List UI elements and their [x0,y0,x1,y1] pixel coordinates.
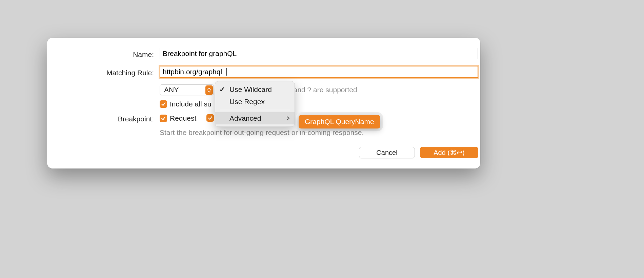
add-button[interactable]: Add (⌘↩︎) [420,147,478,158]
name-input[interactable] [160,48,478,59]
response-checkbox[interactable] [206,114,214,122]
chevron-right-icon [286,114,290,122]
menu-item-use-wildcard[interactable]: ✓ Use Wildcard [215,83,295,96]
matching-rule-input[interactable] [160,66,478,78]
include-subpaths-checkbox[interactable] [160,100,167,108]
http-method-value: ANY [164,86,179,94]
label-breakpoint: Breakpoint: [47,115,154,123]
text-caret [226,68,227,76]
include-subpaths-label: Include all su [170,100,212,108]
http-method-dropdown[interactable]: ANY [160,84,214,95]
cancel-button[interactable]: Cancel [359,147,415,158]
request-label: Request [170,114,196,122]
cancel-button-label: Cancel [376,149,397,157]
label-matching-rule: Matching Rule: [47,69,154,77]
request-checkbox[interactable] [160,115,167,122]
menu-item-use-regex[interactable]: Use Regex [215,96,295,108]
menu-item-graphql-queryname[interactable]: GraphQL QueryName [299,115,380,128]
breakpoint-help-text: Start the breakpoint for out-going reque… [160,128,364,137]
matching-mode-menu: ✓ Use Wildcard Use Regex Advanced [215,81,295,127]
menu-item-advanced[interactable]: Advanced [215,112,295,124]
checkmark-icon: ✓ [219,85,225,94]
menu-item-label: Use Wildcard [229,85,272,94]
menu-item-label: Use Regex [229,98,265,106]
breakpoint-dialog: Name: Matching Rule: ANY ple wildcard * … [47,38,480,168]
include-subpaths-row: Include all su [160,100,212,108]
label-name: Name: [47,51,154,59]
add-button-label: Add (⌘↩︎) [434,148,464,157]
breakpoint-response-row [206,114,214,122]
menu-item-label: Advanced [229,114,261,122]
menu-item-label: GraphQL QueryName [305,118,374,125]
breakpoint-request-row: Request [160,114,196,122]
menu-separator [220,110,290,110]
dropdown-stepper-icon [205,85,213,95]
